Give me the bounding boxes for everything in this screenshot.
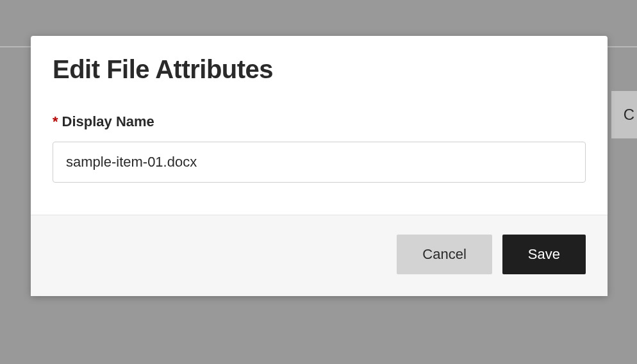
edit-file-attributes-modal: Edit File Attributes *Display Name Cance… (31, 36, 608, 296)
display-name-label-text: Display Name (62, 113, 154, 129)
modal-footer: Cancel Save (31, 215, 608, 296)
required-asterisk: * (53, 113, 58, 129)
cancel-button[interactable]: Cancel (397, 235, 492, 274)
display-name-input[interactable] (53, 142, 586, 183)
backdrop-partial-text: C (624, 106, 634, 124)
display-name-label: *Display Name (53, 113, 586, 130)
save-button[interactable]: Save (502, 235, 586, 274)
modal-title: Edit File Attributes (53, 55, 586, 84)
modal-body: Edit File Attributes *Display Name (31, 36, 608, 215)
backdrop-partial-button: C (611, 91, 637, 138)
